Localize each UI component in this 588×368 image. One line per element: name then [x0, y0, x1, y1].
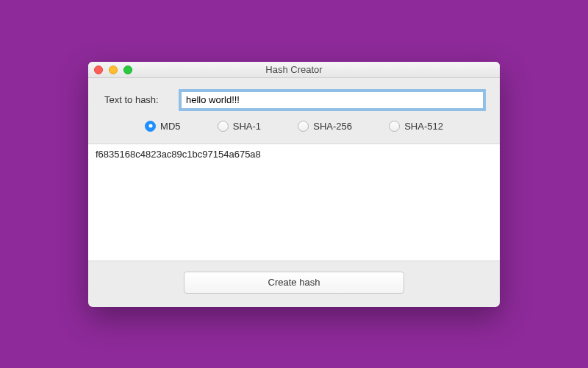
radio-dot-icon — [145, 121, 156, 132]
radio-dot-icon — [218, 121, 229, 132]
radio-label: MD5 — [160, 121, 180, 132]
radio-sha1[interactable]: SHA-1 — [218, 121, 261, 132]
app-window: Hash Creator Text to hash: MD5 SHA-1 SHA… — [88, 62, 500, 307]
titlebar: Hash Creator — [88, 62, 500, 78]
radio-sha256[interactable]: SHA-256 — [298, 121, 352, 132]
radio-dot-icon — [298, 121, 309, 132]
close-icon[interactable] — [94, 66, 103, 74]
window-controls — [94, 66, 132, 74]
radio-dot-icon — [389, 121, 400, 132]
text-to-hash-input[interactable] — [181, 91, 484, 109]
algorithm-radio-group: MD5 SHA-1 SHA-256 SHA-512 — [104, 121, 484, 144]
zoom-icon[interactable] — [123, 66, 132, 74]
radio-label: SHA-1 — [233, 121, 261, 132]
create-hash-button[interactable]: Create hash — [184, 272, 404, 294]
radio-md5[interactable]: MD5 — [145, 121, 180, 132]
hash-value: f6835168c4823ac89c1bc97154a675a8 — [96, 149, 261, 160]
minimize-icon[interactable] — [109, 66, 118, 74]
radio-label: SHA-512 — [404, 121, 443, 132]
footer: Create hash — [104, 261, 484, 307]
hash-output[interactable]: f6835168c4823ac89c1bc97154a675a8 — [88, 144, 500, 261]
radio-label: SHA-256 — [313, 121, 352, 132]
window-title: Hash Creator — [88, 64, 500, 75]
input-label: Text to hash: — [104, 94, 171, 105]
content-area: Text to hash: MD5 SHA-1 SHA-256 SHA-512 … — [88, 78, 500, 307]
radio-sha512[interactable]: SHA-512 — [389, 121, 443, 132]
input-row: Text to hash: — [104, 91, 484, 109]
